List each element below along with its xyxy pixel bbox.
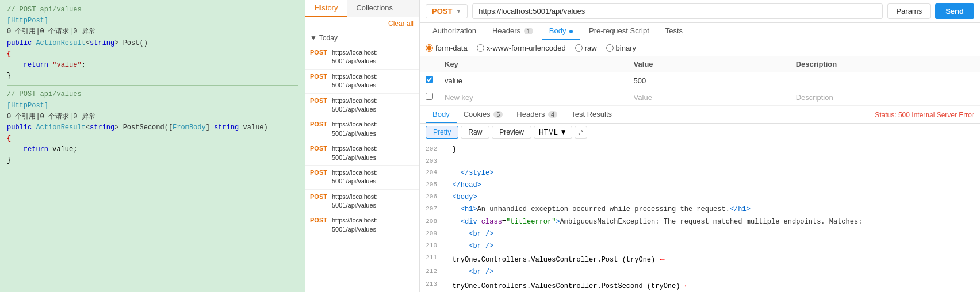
method-label: POST [432, 7, 452, 16]
urlencoded-radio[interactable] [477, 44, 484, 52]
url-input[interactable] [472, 3, 883, 19]
new-key[interactable]: New key [439, 89, 628, 106]
binary-radio[interactable] [606, 44, 614, 52]
col-checkbox [420, 56, 439, 72]
raw-label: raw [585, 44, 597, 52]
raw-option[interactable]: raw [575, 44, 597, 52]
status-badge: Status: 500 Internal Server Error [875, 111, 974, 119]
form-data-radio[interactable] [426, 44, 433, 52]
code-output-line: 213 tryOne.Controllers.ValuesController.… [420, 279, 980, 292]
urlencoded-option[interactable]: x-www-form-urlencoded [477, 44, 566, 52]
preview-button[interactable]: Preview [492, 126, 531, 139]
html-select[interactable]: HTML ▼ [534, 126, 572, 139]
code-output-line: 206 <body> [420, 191, 980, 203]
send-button[interactable]: Send [935, 3, 974, 19]
history-url: https://localhost:5001/api/values [332, 72, 378, 90]
request-tabs: Authorization Headers 1 Body Pre-request… [420, 23, 980, 40]
list-item[interactable]: POST https://localhost:5001/api/values [305, 117, 419, 141]
response-section: Body Cookies 5 Headers 4 Test Results St… [420, 106, 980, 292]
section-label: Today [319, 34, 338, 42]
chevron-down-icon: ▼ [560, 128, 567, 136]
list-item[interactable]: POST https://localhost:5001/api/values [305, 190, 419, 214]
table-row: value 500 [420, 72, 980, 89]
code-line: return "value"; [7, 60, 298, 71]
code-line: return value; [7, 144, 298, 155]
urlencoded-label: x-www-form-urlencoded [487, 44, 566, 52]
form-data-label: form-data [435, 44, 468, 52]
code-output-line: 205 </head> [420, 179, 980, 191]
tab-pre-request[interactable]: Pre-request Script [582, 23, 656, 40]
code-output-line: 209 <br /> [420, 228, 980, 240]
method-badge: POST [310, 97, 328, 104]
wrap-icon[interactable]: ⇌ [575, 126, 587, 139]
code-output: 202 } 203 204 </style> 205 </head> 206 <… [420, 141, 980, 292]
history-url: https://localhost:5001/api/values [332, 97, 378, 114]
tab-cookies[interactable]: Cookies 5 [457, 106, 510, 123]
tab-history[interactable]: History [305, 0, 347, 17]
method-badge: POST [310, 168, 328, 176]
code-output-line: 212 <br /> [420, 266, 980, 278]
tab-authorization[interactable]: Authorization [426, 23, 483, 40]
body-options: form-data x-www-form-urlencoded raw bina… [420, 40, 980, 56]
tab-response-headers[interactable]: Headers 4 [510, 106, 564, 123]
code-line: public ActionResult<string> PostSecond([… [7, 122, 298, 133]
method-badge: POST [310, 216, 328, 224]
code-line: public ActionResult<string> Post() [7, 38, 298, 49]
row-key: value [439, 72, 628, 89]
history-url: https://localhost:5001/api/values [332, 216, 378, 234]
new-description[interactable]: Description [790, 89, 980, 106]
params-button[interactable]: Params [887, 3, 931, 19]
list-item[interactable]: POST https://localhost:5001/api/values [305, 213, 419, 237]
row-value: 500 [628, 72, 790, 89]
chevron-down-icon: ▼ [455, 8, 461, 14]
row-checkbox-cell [420, 72, 439, 89]
clear-all-button[interactable]: Clear all [305, 17, 419, 30]
history-url: https://localhost:5001/api/values [332, 168, 378, 186]
raw-button[interactable]: Raw [461, 126, 489, 139]
history-panel: History Collections Clear all ▼ Today PO… [305, 0, 420, 292]
code-line: { [7, 49, 298, 60]
code-line: 0 个引用|0 个请求|0 异常 [7, 112, 298, 122]
list-item[interactable]: POST https://localhost:5001/api/values [305, 166, 419, 190]
binary-label: binary [616, 44, 636, 52]
code-line: [HttpPost] [7, 101, 298, 112]
headers-badge: 1 [524, 28, 533, 34]
new-row-checkbox[interactable] [426, 93, 433, 100]
method-badge: POST [310, 120, 328, 128]
params-table-container: Key Value Description value 500 [420, 56, 980, 106]
cookies-badge: 5 [493, 111, 503, 118]
method-select[interactable]: POST ▼ [426, 4, 468, 18]
tab-test-results[interactable]: Test Results [564, 106, 619, 123]
html-label: HTML [539, 128, 558, 136]
list-item[interactable]: POST https://localhost:5001/api/values [305, 141, 419, 166]
tab-response-body[interactable]: Body [426, 106, 457, 123]
history-url: https://localhost:5001/api/values [332, 120, 378, 138]
new-value[interactable]: Value [628, 89, 790, 106]
method-badge: POST [310, 144, 328, 152]
code-line: 0 个引用|0 个请求|0 异常 [7, 26, 298, 37]
tab-body[interactable]: Body [542, 23, 580, 40]
tab-collections[interactable]: Collections [347, 0, 402, 17]
main-panel: POST ▼ Params Send Authorization Headers… [420, 0, 980, 292]
list-item[interactable]: POST https://localhost:5001/api/values [305, 94, 419, 118]
list-item[interactable]: POST https://localhost:5001/api/values [305, 70, 419, 94]
code-output-line: 202 } [420, 144, 980, 156]
raw-radio[interactable] [575, 44, 583, 52]
code-line: } [7, 71, 298, 82]
history-tabs: History Collections [305, 0, 419, 17]
binary-option[interactable]: binary [606, 44, 636, 52]
pretty-button[interactable]: Pretty [426, 126, 458, 139]
tab-headers[interactable]: Headers 1 [485, 23, 540, 40]
request-bar: POST ▼ Params Send [420, 0, 980, 23]
new-row-checkbox-cell [420, 89, 439, 106]
list-item[interactable]: POST https://localhost:5001/api/values [305, 45, 419, 70]
method-badge: POST [310, 48, 328, 56]
code-line: // POST api/values [7, 89, 298, 100]
row-checkbox[interactable] [426, 76, 433, 83]
history-url: https://localhost:5001/api/values [332, 193, 378, 210]
form-data-option[interactable]: form-data [426, 44, 468, 52]
tab-tests[interactable]: Tests [659, 23, 690, 40]
code-line: { [7, 133, 298, 144]
col-value: Value [628, 56, 790, 72]
code-output-line: 208 <div class="titleerror">AmbiguousMat… [420, 216, 980, 228]
